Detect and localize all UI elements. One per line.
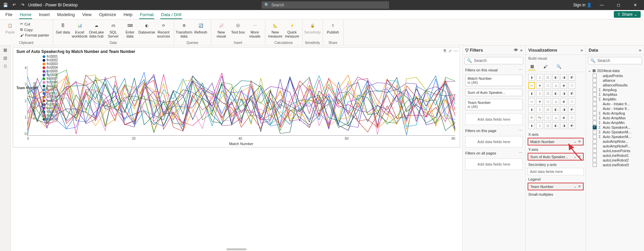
more-icon[interactable]: ⋯: [519, 151, 523, 155]
eye-icon[interactable]: 👁: [514, 48, 518, 53]
build-visual-tab[interactable]: ▦: [528, 63, 536, 70]
more-icon[interactable]: ⋯: [519, 68, 523, 72]
data-search[interactable]: 🔍Search: [588, 57, 642, 64]
legend-item[interactable]: frc0001: [43, 55, 58, 58]
checkbox[interactable]: [593, 83, 597, 87]
copy-button[interactable]: ⧉Copy: [19, 27, 51, 32]
data-field-row[interactable]: autoAmpNoteP...: [588, 144, 642, 148]
checkbox[interactable]: [593, 153, 597, 158]
visual-type-icon[interactable]: ⬡: [569, 82, 575, 89]
sensitivity-button[interactable]: 🔒Sensitivity: [305, 20, 321, 34]
remove-icon[interactable]: ✕: [578, 139, 581, 144]
filter-card-team-number[interactable]: Team Numberis (All): [465, 99, 523, 110]
text-box-button[interactable]: ⒶText box: [230, 20, 246, 34]
visual-type-icon[interactable]: ◧: [552, 106, 559, 113]
data-field-row[interactable]: autoLineRobot2: [588, 158, 642, 163]
checkbox[interactable]: [593, 107, 597, 111]
menu-optimize[interactable]: Optimize: [98, 11, 117, 18]
checkbox[interactable]: [593, 149, 597, 153]
visual-type-icon[interactable]: ▭: [528, 98, 535, 105]
remove-icon[interactable]: ✕: [578, 184, 581, 189]
visual-type-icon[interactable]: ◧: [552, 90, 559, 97]
data-field-row[interactable]: ΣAuto SpeakerA...: [588, 125, 642, 130]
visual-type-icon[interactable]: ◫: [544, 122, 551, 129]
visual-type-icon[interactable]: ◬: [552, 114, 559, 121]
legend-item[interactable]: frc0003: [43, 62, 58, 66]
filters-search[interactable]: 🔍Search: [465, 57, 523, 64]
menu-view[interactable]: View: [82, 11, 92, 18]
filter-card-auto-speaker[interactable]: Sum of Auto Speaker...: [465, 89, 523, 96]
collapse-icon[interactable]: »: [520, 48, 523, 53]
data-field-row[interactable]: ΣAmpMin: [588, 97, 642, 102]
visual-type-icon[interactable]: ▮: [528, 106, 535, 113]
save-icon[interactable]: 💾: [2, 2, 9, 8]
format-painter-button[interactable]: 🖌Format painter: [19, 33, 51, 38]
checkbox[interactable]: [593, 97, 597, 101]
visual-type-icon[interactable]: ◫: [544, 74, 551, 81]
data-field-row[interactable]: autoLineRobot3: [588, 163, 642, 167]
visual-type-icon[interactable]: ⬡: [569, 114, 575, 121]
new-measure-button[interactable]: 📐New measure: [267, 20, 283, 38]
data-field-row[interactable]: autoLineRobot1: [588, 153, 642, 158]
transform-data-button[interactable]: ⚙Transform data: [176, 20, 192, 38]
sql-button[interactable]: 🗃SQL Server: [105, 20, 121, 38]
checkbox[interactable]: [593, 78, 597, 82]
window-minimize-icon[interactable]: —: [595, 3, 608, 7]
visual-type-icon[interactable]: ◫: [544, 90, 551, 97]
add-visual-filter-dropzone[interactable]: Add data fields here: [465, 114, 523, 125]
menu-modeling[interactable]: Modeling: [56, 11, 75, 18]
menu-insert[interactable]: Insert: [38, 11, 51, 18]
data-field-row[interactable]: autoAmpNote...: [588, 139, 642, 144]
quick-measure-button[interactable]: ⚡Quick measure: [284, 20, 300, 38]
secondary-y-axis-dropzone[interactable]: Add data fields here: [528, 168, 584, 175]
paste-button[interactable]: 📋Paste: [2, 20, 18, 34]
collapse-icon[interactable]: »: [581, 48, 583, 53]
checkbox[interactable]: [593, 74, 597, 78]
add-all-filter-dropzone[interactable]: Add data fields here: [465, 159, 523, 170]
visual-type-icon[interactable]: ◩: [569, 74, 575, 81]
focus-icon[interactable]: ⤢: [448, 49, 452, 53]
chevron-down-icon[interactable]: ⌄: [574, 154, 577, 159]
visual-type-icon[interactable]: ▯: [536, 74, 543, 81]
new-visual-button[interactable]: 📈New visual: [213, 20, 229, 38]
checkbox[interactable]: [593, 144, 597, 148]
recent-sources-button[interactable]: ⟳Recent sources: [156, 20, 172, 38]
more-visuals-button[interactable]: ⋯More visuals: [247, 20, 263, 38]
chart-visual[interactable]: ⚗ ⤢ ⋯ Sum of Auto SpeakerAvg by Match Nu…: [13, 47, 460, 147]
visual-type-icon[interactable]: ◬: [552, 82, 559, 89]
dataverse-button[interactable]: ◐Dataverse: [139, 20, 155, 34]
visual-type-icon[interactable]: ▢: [544, 82, 551, 89]
window-close-icon[interactable]: ✕: [629, 3, 642, 7]
visual-type-icon[interactable]: ▢: [544, 114, 551, 121]
remove-icon[interactable]: ✕: [578, 154, 581, 159]
visual-type-icon[interactable]: ◉: [560, 98, 567, 105]
visual-type-icon[interactable]: ◩: [569, 106, 575, 113]
legend-item[interactable]: frc0002: [43, 58, 58, 62]
checkbox[interactable]: [593, 92, 597, 97]
data-field-row[interactable]: ΣAuto SpeakerM...: [588, 130, 642, 134]
visual-type-icon[interactable]: ◉: [560, 114, 567, 121]
model-view-icon[interactable]: ⌸: [4, 64, 6, 68]
checkbox[interactable]: [593, 121, 597, 125]
undo-icon[interactable]: ↶: [11, 2, 17, 8]
visual-type-icon[interactable]: ◨: [560, 90, 567, 97]
data-field-row[interactable]: autoLeavePoints: [588, 148, 642, 153]
more-options-icon[interactable]: ⋯: [454, 49, 458, 53]
visual-type-icon[interactable]: ◧: [552, 122, 559, 129]
get-data-button[interactable]: 🗄Get data: [55, 20, 71, 34]
report-canvas[interactable]: ⚗ ⤢ ⋯ Sum of Auto SpeakerAvg by Match Nu…: [11, 46, 462, 251]
visual-type-icon[interactable]: ▢: [544, 98, 551, 105]
filter-card-match-number[interactable]: Match Numberis (All): [465, 75, 523, 86]
data-field-row[interactable]: ΣAuto AmpAvg: [588, 111, 642, 116]
horizontal-scrollbar[interactable]: [226, 248, 247, 250]
data-field-row[interactable]: adjustPoints: [588, 73, 642, 78]
analytics-tab[interactable]: 🔍: [555, 63, 562, 70]
visual-type-icon[interactable]: ◩: [569, 122, 575, 129]
visual-type-icon[interactable]: ◈: [536, 98, 543, 105]
checkbox[interactable]: [593, 116, 597, 120]
visual-type-icon[interactable]: ◨: [560, 74, 567, 81]
global-search[interactable]: 🔍 Search: [262, 1, 389, 9]
filter-icon[interactable]: ⚗: [443, 49, 446, 53]
visual-type-icon[interactable]: ▮: [528, 90, 535, 97]
x-axis-field[interactable]: Match Number⌄✕: [528, 138, 584, 145]
